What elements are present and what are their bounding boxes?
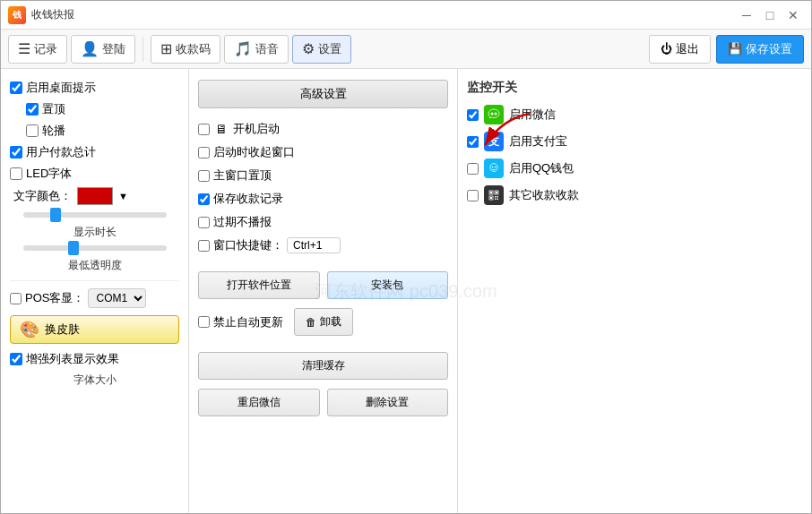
display-duration-thumb[interactable]: [50, 208, 61, 222]
content-wrapper: 启用桌面提示 置顶 轮播 用户付款总计 LED字体: [1, 69, 811, 513]
voice-button[interactable]: 🎵 语音: [224, 35, 289, 64]
autostart-row: 🖥 开机启动: [198, 121, 448, 137]
open-location-button[interactable]: 打开软件位置: [198, 271, 320, 299]
middle-panel: 高级设置 🖥 开机启动 启动时收起窗口 主窗口置顶 保存收款记录: [189, 69, 458, 513]
maximize-button[interactable]: □: [759, 6, 781, 24]
display-duration-container: 显示时长 最低透明度: [13, 212, 176, 273]
minimize-start-checkbox[interactable]: [198, 147, 210, 158]
user-total-label: 用户付款总计: [26, 144, 96, 160]
minimize-button[interactable]: ─: [736, 6, 757, 24]
record-button[interactable]: ☰ 记录: [8, 35, 67, 64]
svg-rect-13: [497, 196, 499, 198]
pin-top-label: 置顶: [42, 101, 65, 117]
shortcut-checkbox[interactable]: [198, 240, 210, 252]
restart-wechat-button[interactable]: 重启微信: [198, 389, 320, 416]
qrcode-icon: ⊞: [160, 40, 172, 57]
qq-monitor-row: 启用QQ钱包: [467, 158, 802, 178]
svg-point-4: [492, 167, 494, 168]
autostart-icon: 🖥: [213, 122, 229, 136]
titlebar: 钱 收钱快报 ─ □ ✕: [1, 1, 811, 30]
svg-point-3: [490, 164, 497, 172]
login-label: 登陆: [102, 41, 125, 57]
divider-pos: [10, 280, 179, 281]
delete-settings-button[interactable]: 删除设置: [327, 389, 449, 416]
advanced-settings-button[interactable]: 高级设置: [198, 80, 448, 108]
led-font-label: LED字体: [26, 166, 72, 182]
led-font-checkbox[interactable]: [10, 167, 22, 180]
qrcode-label: 收款码: [176, 41, 211, 57]
save-records-label: 保存收款记录: [213, 191, 283, 207]
skin-label: 换皮肤: [45, 321, 80, 338]
save-label: 保存设置: [746, 41, 792, 57]
svg-rect-15: [497, 199, 499, 201]
pin-main-label: 主窗口置顶: [213, 167, 272, 184]
carousel-checkbox[interactable]: [26, 124, 39, 137]
enhance-list-row: 增强列表显示效果: [10, 351, 179, 367]
settings-button[interactable]: ⚙ 设置: [292, 35, 351, 64]
autostart-checkbox[interactable]: [198, 124, 210, 135]
enable-desktop-checkbox[interactable]: [10, 81, 22, 94]
pos-select[interactable]: COM1: [88, 288, 146, 308]
shortcut-input[interactable]: [287, 237, 341, 253]
qq-icon: [484, 158, 504, 178]
no-alert-checkbox[interactable]: [198, 217, 210, 228]
font-size-label: 字体大小: [10, 373, 179, 388]
uninstall-icon: 🗑: [306, 316, 316, 329]
pin-main-checkbox[interactable]: [198, 170, 210, 182]
voice-label: 语音: [255, 41, 279, 57]
svg-rect-11: [490, 197, 492, 199]
svg-rect-9: [490, 192, 492, 193]
min-opacity-thumb[interactable]: [68, 241, 79, 255]
uninstall-button[interactable]: 🗑 卸载: [294, 308, 353, 336]
pos-checkbox[interactable]: [10, 293, 22, 304]
qrcode-button[interactable]: ⊞ 收款码: [151, 35, 220, 64]
pos-row: POS客显： COM1: [10, 288, 179, 308]
wechat-monitor-checkbox[interactable]: [467, 109, 479, 121]
record-label: 记录: [34, 41, 57, 57]
carousel-label: 轮播: [42, 123, 65, 139]
minimize-start-label: 启动时收起窗口: [213, 144, 295, 160]
alipay-label: 启用支付宝: [509, 133, 567, 150]
disable-update-row: 禁止自动更新 🗑 卸载: [198, 308, 448, 336]
other-monitor-checkbox[interactable]: [467, 190, 479, 201]
exit-button[interactable]: ⏻ 退出: [649, 35, 711, 64]
no-alert-row: 过期不播报: [198, 214, 448, 230]
close-button[interactable]: ✕: [782, 6, 804, 24]
pin-main-row: 主窗口置顶: [198, 167, 448, 184]
save-records-checkbox[interactable]: [198, 193, 210, 205]
enhance-list-label: 增强列表显示效果: [26, 351, 119, 367]
settings-icon: ⚙: [302, 40, 315, 57]
login-button[interactable]: 👤 登陆: [71, 35, 135, 64]
toolbar-right: ⏻ 退出 💾 保存设置: [649, 35, 804, 64]
enable-desktop-label: 启用桌面提示: [26, 80, 96, 96]
wechat-icon: [484, 105, 504, 124]
login-icon: 👤: [81, 40, 99, 57]
carousel-row: 轮播: [26, 123, 179, 139]
skin-button[interactable]: 🎨 换皮肤: [10, 315, 179, 344]
monitor-section-title: 监控开关: [467, 80, 802, 96]
pin-top-checkbox[interactable]: [26, 103, 39, 116]
wechat-monitor-row: 启用微信: [467, 105, 802, 124]
user-total-checkbox[interactable]: [10, 146, 22, 158]
toolbar: ☰ 记录 👤 登陆 ⊞ 收款码 🎵 语音 ⚙ 设置 ⏻ 退出 💾 保存: [1, 30, 811, 69]
alipay-icon: 支: [484, 132, 504, 151]
pin-top-row: 置顶: [26, 101, 179, 117]
clear-cache-button[interactable]: 清理缓存: [198, 352, 448, 380]
save-button[interactable]: 💾 保存设置: [716, 35, 804, 64]
text-color-row: 文字颜色： ▼: [13, 187, 179, 205]
save-icon: 💾: [728, 42, 742, 56]
install-pkg-button[interactable]: 安装包: [327, 271, 449, 299]
enhance-list-checkbox[interactable]: [10, 353, 22, 365]
exit-icon: ⏻: [661, 42, 672, 56]
qq-monitor-checkbox[interactable]: [467, 163, 479, 175]
clear-cache-row: 清理缓存: [198, 352, 448, 380]
color-swatch[interactable]: [77, 187, 113, 205]
open-install-row: 打开软件位置 安装包: [198, 271, 448, 299]
alipay-monitor-checkbox[interactable]: [467, 136, 479, 148]
display-duration-label: 显示时长: [13, 225, 176, 240]
svg-point-5: [495, 167, 497, 168]
settings-label: 设置: [318, 41, 341, 57]
color-dropdown-arrow[interactable]: ▼: [118, 191, 128, 201]
disable-update-checkbox[interactable]: [198, 316, 210, 328]
save-records-row: 保存收款记录: [198, 191, 448, 207]
